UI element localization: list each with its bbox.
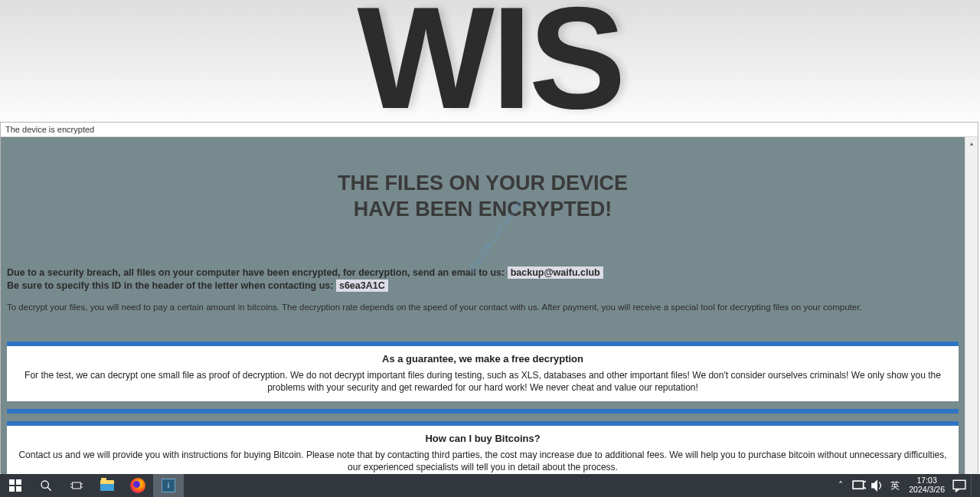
folder-icon xyxy=(100,480,114,491)
ransom-heading: THE FILES ON YOUR DEVICE HAVE BEEN ENCRY… xyxy=(7,171,959,223)
ransom-body: Due to a security breach, all files on y… xyxy=(7,267,959,291)
guarantee-body: For the test, we can decrypt one small f… xyxy=(15,369,951,394)
vertical-scrollbar[interactable]: ▴ ▾ xyxy=(965,137,978,497)
clock-date: 2024/3/26 xyxy=(909,486,945,495)
svg-rect-1 xyxy=(16,479,21,485)
clock[interactable]: 17:03 2024/3/26 xyxy=(906,476,948,494)
file-explorer-button[interactable] xyxy=(92,474,122,497)
notifications-icon[interactable] xyxy=(952,474,966,497)
heading-line-1: THE FILES ON YOUR DEVICE xyxy=(7,171,959,197)
system-tray: ˄ 英 17:03 2024/3/26 xyxy=(834,474,980,497)
volume-icon[interactable] xyxy=(871,474,884,497)
wallpaper-brand-text: WIS xyxy=(358,0,623,123)
ransom-window: The device is encrypted THE FILES ON YOU… xyxy=(0,122,978,473)
svg-rect-3 xyxy=(16,486,21,492)
intro-line-2: Be sure to specify this ID in the header… xyxy=(7,280,336,291)
window-titlebar[interactable]: The device is encrypted xyxy=(1,123,978,137)
ransom-paragraph: To decrypt your files, you will need to … xyxy=(7,302,959,313)
task-view-button[interactable] xyxy=(61,474,92,497)
ransom-content: THE FILES ON YOUR DEVICE HAVE BEEN ENCRY… xyxy=(1,137,965,497)
intro-line-1: Due to a security breach, all files on y… xyxy=(7,267,508,278)
firefox-button[interactable] xyxy=(122,474,153,497)
scroll-up-button[interactable]: ▴ xyxy=(965,137,978,150)
windows-icon xyxy=(9,479,21,492)
search-button[interactable] xyxy=(31,474,61,497)
bitcoin-body: Contact us and we will provide you with … xyxy=(15,449,951,473)
victim-id: s6ea3A1C xyxy=(336,280,388,292)
svg-rect-0 xyxy=(9,479,15,485)
svg-rect-15 xyxy=(953,480,965,489)
task-view-icon xyxy=(70,479,83,492)
guarantee-title: As a guarantee, we make a free decryptio… xyxy=(15,352,951,366)
ime-indicator[interactable]: 英 xyxy=(889,474,901,497)
svg-rect-2 xyxy=(9,486,15,492)
show-desktop-button[interactable] xyxy=(971,474,975,497)
firefox-icon xyxy=(130,478,145,493)
svg-point-4 xyxy=(41,481,48,488)
svg-rect-11 xyxy=(853,481,864,489)
heading-line-2: HAVE BEEN ENCRYPTED! xyxy=(7,197,959,223)
svg-line-5 xyxy=(47,487,51,491)
tray-chevron-up-icon[interactable]: ˄ xyxy=(834,474,848,497)
divider-bar-2 xyxy=(7,409,959,414)
taskbar: i ˄ 英 17:03 2024/3/26 xyxy=(0,474,980,497)
app-icon: i xyxy=(162,479,175,492)
bitcoin-panel: How can I buy Bitcoins? Contact us and w… xyxy=(7,426,959,481)
window-title: The device is encrypted xyxy=(5,125,94,134)
svg-marker-14 xyxy=(871,479,877,492)
search-icon xyxy=(40,479,52,492)
contact-email: backup@waifu.club xyxy=(508,266,603,279)
start-button[interactable] xyxy=(0,474,31,497)
app-running-button[interactable]: i xyxy=(153,474,184,497)
network-icon[interactable] xyxy=(852,474,866,497)
guarantee-panel: As a guarantee, we make a free decryptio… xyxy=(7,346,959,401)
desktop-wallpaper: WIS xyxy=(0,0,980,123)
svg-rect-6 xyxy=(73,482,81,489)
bitcoin-title: How can I buy Bitcoins? xyxy=(15,432,951,446)
